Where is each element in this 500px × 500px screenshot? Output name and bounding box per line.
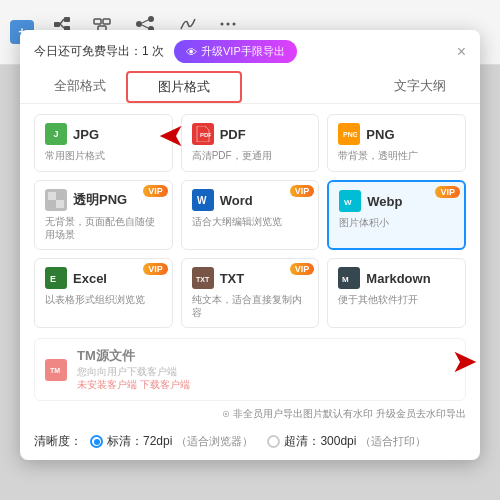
resolution-standard-hint: （适合浏览器）	[176, 434, 253, 449]
svg-point-17	[233, 22, 236, 25]
svg-rect-24	[56, 192, 64, 200]
format-card-png[interactable]: PNG PNG 带背景，透明性广	[327, 114, 466, 172]
svg-rect-25	[48, 200, 56, 208]
webp-vip-badge: VIP	[435, 186, 460, 198]
vip-button-label: 升级VIP手限导出	[201, 44, 285, 59]
resolution-high-hint: （适合打印）	[360, 434, 426, 449]
resolution-standard-label: 标清：72dpi	[107, 433, 172, 450]
svg-rect-23	[56, 200, 64, 208]
tabs-row: 全部格式 图片格式 文字大纲	[20, 63, 480, 104]
resolution-high-label: 超清：300dpi	[284, 433, 356, 450]
format-card-excel[interactable]: E Excel 以表格形式组织浏览览 VIP	[34, 258, 173, 328]
svg-rect-2	[54, 22, 60, 27]
format-card-pdf[interactable]: PDF PDF 高清PDF，更通用	[181, 114, 320, 172]
bottom-note: ⊙ 非全员用户导出图片默认有水印 升级金员去水印导出	[20, 405, 480, 427]
format-card-jpg[interactable]: J JPG 常用图片格式	[34, 114, 173, 172]
transparent-png-name: 透明PNG	[73, 191, 127, 209]
svg-line-5	[60, 19, 64, 24]
format-card-word[interactable]: W Word 适合大纲编辑浏览览 VIP	[181, 180, 320, 250]
tab-all-formats[interactable]: 全部格式	[34, 71, 126, 103]
svg-text:TXT: TXT	[196, 276, 210, 283]
excel-vip-badge: VIP	[143, 263, 168, 275]
svg-point-16	[227, 22, 230, 25]
resolution-standard[interactable]: 标清：72dpi （适合浏览器）	[90, 433, 253, 450]
txt-vip-badge: VIP	[290, 263, 315, 275]
webp-desc: 图片体积小	[339, 216, 454, 229]
resolution-row: 清晰度： 标清：72dpi （适合浏览器） 超清：300dpi （适合打印）	[20, 427, 480, 460]
pdf-icon: PDF	[192, 123, 214, 145]
radio-standard-circle	[90, 435, 103, 448]
svg-rect-8	[103, 19, 110, 24]
resolution-high[interactable]: 超清：300dpi （适合打印）	[267, 433, 426, 450]
transparent-png-icon	[45, 189, 67, 211]
modal-header: 今日还可免费导出：1 次 👁 升级VIP手限导出 ×	[20, 30, 480, 63]
vip-upgrade-button[interactable]: 👁 升级VIP手限导出	[174, 40, 297, 63]
eye-icon: 👁	[186, 46, 197, 58]
png-name: PNG	[366, 127, 394, 142]
png-desc: 带背景，透明性广	[338, 149, 455, 162]
export-modal: 今日还可免费导出：1 次 👁 升级VIP手限导出 × 全部格式 图片格式 文字大…	[20, 30, 480, 460]
markdown-desc: 便于其他软件打开	[338, 293, 455, 306]
svg-text:W: W	[197, 195, 207, 206]
svg-line-13	[142, 20, 148, 23]
jpg-icon: J	[45, 123, 67, 145]
excel-desc: 以表格形式组织浏览览	[45, 293, 162, 306]
svg-rect-22	[48, 192, 56, 200]
jpg-name: JPG	[73, 127, 99, 142]
png-icon: PNG	[338, 123, 360, 145]
format-card-txt[interactable]: TXT TXT 纯文本，适合直接复制内容 VIP	[181, 258, 320, 328]
format-card-tm[interactable]: TM TM源文件 您向向用户下载客户端 未安装客户端 下载客户端	[34, 338, 466, 401]
word-vip-badge: VIP	[290, 185, 315, 197]
tm-desc: 您向向用户下载客户端	[77, 365, 190, 378]
svg-point-10	[136, 21, 142, 27]
word-desc: 适合大纲编辑浏览览	[192, 215, 309, 228]
svg-line-14	[142, 25, 148, 28]
pdf-desc: 高清PDF，更通用	[192, 149, 309, 162]
markdown-name: Markdown	[366, 271, 430, 286]
tm-name: TM源文件	[77, 347, 190, 365]
svg-text:TM: TM	[50, 367, 60, 374]
svg-text:W: W	[344, 198, 352, 207]
word-name: Word	[220, 193, 253, 208]
free-export-text: 今日还可免费导出：1 次	[34, 43, 164, 60]
tab-text-outline[interactable]: 文字大纲	[374, 71, 466, 103]
tab-image-formats[interactable]: 图片格式	[126, 71, 242, 103]
excel-name: Excel	[73, 271, 107, 286]
markdown-icon: M	[338, 267, 360, 289]
txt-desc: 纯文本，适合直接复制内容	[192, 293, 309, 319]
svg-rect-3	[64, 17, 70, 22]
svg-text:M: M	[342, 275, 349, 284]
formats-grid: J JPG 常用图片格式 PDF PDF 高清PDF，更通用 PNG PNG	[20, 104, 480, 338]
svg-line-6	[60, 24, 64, 28]
webp-name: Webp	[367, 194, 402, 209]
tm-download-link[interactable]: 未安装客户端 下载客户端	[77, 378, 190, 392]
tm-icon: TM	[45, 359, 67, 381]
svg-rect-7	[94, 19, 101, 24]
pdf-name: PDF	[220, 127, 246, 142]
transparent-png-desc: 无背景，页面配色自随使用场景	[45, 215, 162, 241]
jpg-desc: 常用图片格式	[45, 149, 162, 162]
excel-icon: E	[45, 267, 67, 289]
svg-text:PDF: PDF	[200, 132, 211, 138]
word-icon: W	[192, 189, 214, 211]
format-card-transparent-png[interactable]: 透明PNG 无背景，页面配色自随使用场景 VIP	[34, 180, 173, 250]
resolution-label: 清晰度：	[34, 433, 82, 450]
svg-text:E: E	[50, 274, 56, 284]
format-card-markdown[interactable]: M Markdown 便于其他软件打开	[327, 258, 466, 328]
svg-point-11	[148, 16, 154, 22]
webp-icon: W	[339, 190, 361, 212]
txt-icon: TXT	[192, 267, 214, 289]
svg-text:PNG: PNG	[343, 131, 357, 138]
close-button[interactable]: ×	[457, 44, 466, 60]
radio-high-circle	[267, 435, 280, 448]
txt-name: TXT	[220, 271, 245, 286]
radio-group: 标清：72dpi （适合浏览器） 超清：300dpi （适合打印）	[90, 433, 426, 450]
svg-point-15	[221, 22, 224, 25]
format-card-webp[interactable]: W Webp 图片体积小 VIP	[327, 180, 466, 250]
transparent-png-vip-badge: VIP	[143, 185, 168, 197]
